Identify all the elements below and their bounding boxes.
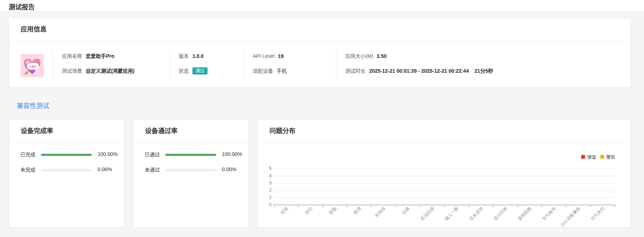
status-badge: 通过	[192, 67, 208, 75]
progress-value: 100.00%	[222, 151, 242, 157]
x-axis-tick	[542, 205, 542, 207]
y-axis-label: 5	[258, 166, 272, 172]
x-axis-tick	[469, 205, 469, 207]
grid-line	[274, 198, 615, 198]
x-axis-tick	[274, 205, 274, 207]
grid-line	[274, 169, 615, 169]
duration-total: 21分5秒	[474, 68, 493, 74]
pass-rate-card: 设备通过率 已通过100.00%未通过0.00%	[133, 119, 249, 228]
pass-rate-title: 设备通过率	[133, 120, 248, 143]
chart-legend: 错误警告	[581, 153, 615, 161]
pass-rate-body: 已通过100.00%未通过0.00%	[133, 143, 248, 173]
progress-track	[165, 169, 216, 171]
x-axis-tick	[444, 205, 445, 207]
x-axis-label: 卸载	[328, 206, 338, 216]
duration-label: 测试时长	[345, 68, 366, 74]
x-axis-label: 安装	[279, 206, 289, 216]
issue-distribution-title: 问题分布	[258, 120, 631, 143]
app-info-card: 应用信息 应用名称 恋爱助手Pro	[9, 18, 631, 88]
page-title: 测试报告	[9, 4, 644, 11]
progress-label: 未通过	[145, 166, 165, 173]
issue-distribution-card: 问题分布 错误警告012345安装启动卸载崩溃无响应白屏无法回退输入一致任务连续…	[257, 119, 631, 228]
progress-label: 未完成	[20, 166, 41, 173]
legend-item-警告[interactable]: 警告	[600, 154, 615, 160]
app-info-card-title: 应用信息	[9, 18, 631, 41]
version-value: 1.0.0	[192, 53, 204, 59]
grid-line	[274, 176, 615, 176]
legend-item-错误[interactable]: 错误	[581, 154, 596, 160]
app-size-label: 应用大小(M)	[345, 53, 373, 59]
progress-track	[165, 154, 216, 156]
api-level-label: API Level	[253, 53, 274, 59]
legend-label: 错误	[587, 154, 596, 160]
x-axis-label: 设计约束	[492, 206, 508, 222]
progress-track	[41, 154, 92, 156]
progress-row: 已完成100.00%	[20, 151, 124, 158]
y-axis-label: 4	[258, 173, 272, 179]
x-axis-tick	[517, 205, 518, 207]
progress-row: 未完成0.00%	[20, 166, 124, 173]
progress-value: 0.00%	[222, 166, 236, 172]
app-name-value: 恋爱助手Pro	[86, 53, 114, 59]
app-info-col-size: 应用大小(M) 2.50 测试时长 2025-12-21 00:01:39 - …	[336, 41, 631, 88]
legend-label: 警告	[606, 154, 615, 160]
app-icon	[21, 54, 44, 77]
x-axis-tick	[590, 205, 591, 207]
x-axis-label: 华为支付	[590, 206, 606, 222]
app-info-col-name: 应用名称 恋爱助手Pro 测试场景 自定义测试(鸿蒙应用)	[53, 41, 170, 88]
x-axis-label: 输入一致	[444, 206, 460, 222]
y-axis-label: 0	[258, 202, 272, 208]
tab-compatibility-test[interactable]: 兼容性测试	[9, 101, 631, 111]
x-axis-tick	[493, 205, 493, 207]
grid-line	[274, 183, 615, 183]
x-axis-tick	[566, 205, 566, 207]
completion-rate-title: 设备完成率	[9, 120, 124, 143]
x-axis-label: 2in1设备兼容	[559, 206, 581, 228]
x-axis-label: 启动	[303, 206, 314, 216]
api-level-value: 19	[278, 53, 284, 59]
app-size-value: 2.50	[377, 53, 387, 59]
x-axis-label: 无法回退	[419, 206, 435, 222]
scenario-label: 测试场景	[62, 68, 82, 74]
legend-swatch	[581, 155, 585, 159]
app-info-body: 应用名称 恋爱助手Pro 测试场景 自定义测试(鸿蒙应用) 版本 1.0.0 状…	[9, 41, 631, 88]
y-axis-label: 2	[258, 187, 272, 193]
x-axis-tick	[298, 205, 298, 207]
progress-row: 未通过0.00%	[145, 166, 248, 173]
x-axis-label: 任务连续	[468, 206, 484, 222]
x-axis-label: 无响应	[374, 206, 387, 219]
x-axis-tick	[420, 205, 420, 207]
progress-value: 0.00%	[98, 166, 112, 172]
x-axis-label: 白屏	[401, 206, 411, 216]
x-axis-tick	[371, 205, 371, 207]
app-info-col-api: API Level 19 适配设备 手机	[245, 41, 336, 88]
device-value: 手机	[277, 68, 287, 74]
completion-rate-card: 设备完成率 已完成100.00%未完成0.00%	[9, 119, 124, 228]
x-axis-label: 音频规格	[517, 206, 533, 222]
x-axis-tick	[615, 205, 615, 207]
completion-rate-body: 已完成100.00%未完成0.00%	[9, 143, 124, 173]
cards-row: 设备完成率 已完成100.00%未完成0.00% 设备通过率 已通过100.00…	[9, 119, 631, 228]
app-name-label: 应用名称	[62, 53, 82, 59]
legend-swatch	[600, 155, 604, 159]
x-axis-tick	[396, 205, 396, 207]
progress-label: 已通过	[145, 151, 165, 158]
status-label: 状态	[179, 68, 189, 74]
x-axis-label: 崩溃	[352, 206, 362, 216]
duration-value: 2025-12-21 00:01:39 - 2025-12-21 00:22:4…	[369, 68, 469, 74]
progress-row: 已通过100.00%	[145, 151, 248, 158]
progress-fill	[165, 154, 216, 156]
app-info-col-version: 版本 1.0.0 状态 通过	[170, 41, 244, 88]
progress-track	[41, 169, 92, 171]
version-label: 版本	[179, 53, 189, 59]
y-axis-label: 1	[258, 195, 272, 200]
device-label: 适配设备	[253, 68, 273, 74]
progress-value: 100.00%	[98, 151, 118, 157]
issue-distribution-chart: 错误警告012345安装启动卸载崩溃无响应白屏无法回退输入一致任务连续设计约束音…	[258, 143, 631, 227]
grid-line	[274, 190, 615, 191]
progress-label: 已完成	[20, 151, 41, 158]
x-axis-tick	[323, 205, 323, 207]
y-axis-label: 3	[258, 180, 272, 186]
progress-fill	[41, 154, 92, 156]
x-axis-tick	[347, 205, 347, 207]
